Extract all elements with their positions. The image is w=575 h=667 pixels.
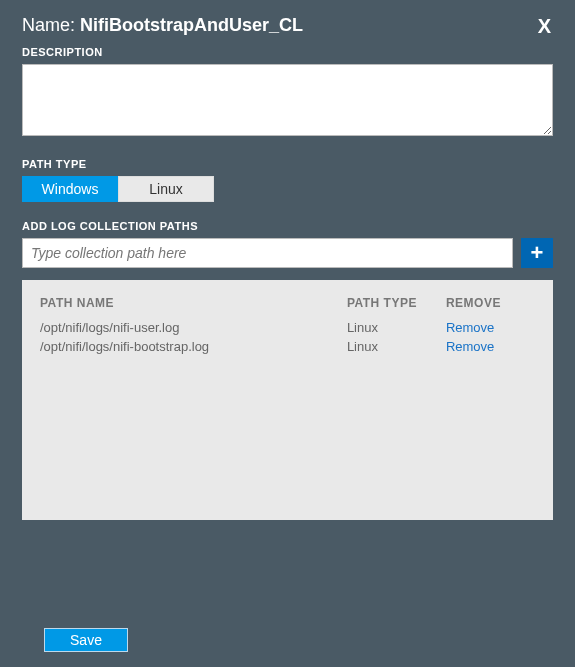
col-pathtype: PATH TYPE <box>347 296 446 318</box>
panel-header: Name: NifiBootstrapAndUser_CL X <box>22 15 553 36</box>
cell-pathname: /opt/nifi/logs/nifi-bootstrap.log <box>40 337 347 356</box>
path-input[interactable] <box>22 238 513 268</box>
remove-link[interactable]: Remove <box>446 320 494 335</box>
pathtype-toggle: Windows Linux <box>22 176 553 202</box>
remove-link[interactable]: Remove <box>446 339 494 354</box>
col-remove: REMOVE <box>446 296 535 318</box>
description-label: DESCRIPTION <box>22 46 553 58</box>
addpaths-label: ADD LOG COLLECTION PATHS <box>22 220 553 232</box>
cell-pathtype: Linux <box>347 337 446 356</box>
name-label: Name: <box>22 15 75 35</box>
config-panel: Name: NifiBootstrapAndUser_CL X DESCRIPT… <box>0 0 575 520</box>
name-value: NifiBootstrapAndUser_CL <box>80 15 303 35</box>
add-path-row: + <box>22 238 553 268</box>
table-row: /opt/nifi/logs/nifi-user.log Linux Remov… <box>40 318 535 337</box>
table-row: /opt/nifi/logs/nifi-bootstrap.log Linux … <box>40 337 535 356</box>
paths-table: PATH NAME PATH TYPE REMOVE /opt/nifi/log… <box>40 296 535 356</box>
add-path-button[interactable]: + <box>521 238 553 268</box>
save-button[interactable]: Save <box>44 628 128 652</box>
name-line: Name: NifiBootstrapAndUser_CL <box>22 15 303 36</box>
close-button[interactable]: X <box>536 16 553 36</box>
cell-pathname: /opt/nifi/logs/nifi-user.log <box>40 318 347 337</box>
toggle-windows[interactable]: Windows <box>22 176 118 202</box>
paths-list-box: PATH NAME PATH TYPE REMOVE /opt/nifi/log… <box>22 280 553 520</box>
col-pathname: PATH NAME <box>40 296 347 318</box>
description-input[interactable] <box>22 64 553 136</box>
cell-pathtype: Linux <box>347 318 446 337</box>
toggle-linux[interactable]: Linux <box>118 176 214 202</box>
pathtype-label: PATH TYPE <box>22 158 553 170</box>
